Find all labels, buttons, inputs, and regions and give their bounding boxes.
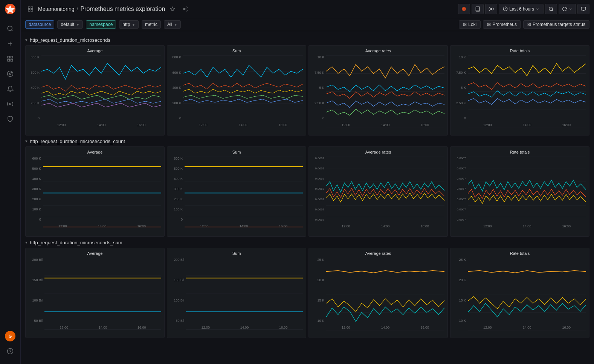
section-1-chevron[interactable]: ▾ [25, 38, 27, 43]
svg-rect-4 [8, 59, 9, 61]
sidebar: G [0, 0, 21, 364]
svg-rect-40 [528, 23, 529, 24]
chart-area: 25 K20 K15 K10 K [312, 258, 444, 329]
chart-title: Average [29, 150, 161, 154]
chart-avg-2[interactable]: Average 600 K500 K400 K300 K200 K100 K0 [25, 146, 165, 237]
svg-rect-42 [528, 25, 529, 26]
nav-links: Loki Prometheus Prometheus targets statu… [459, 20, 589, 29]
section-1-title: http_request_duration_microseconds [30, 37, 110, 43]
chart-ratetotals-2[interactable]: Rate totals 0.06670.06670.06670.06670.06… [450, 146, 589, 237]
sidebar-item-explore[interactable] [3, 67, 17, 81]
svg-rect-23 [464, 9, 466, 11]
section-1-charts: Average 800 K600 K400 K200 K0 [25, 45, 589, 136]
avatar: G [5, 331, 15, 341]
chart-area: 800 K600 K400 K200 K0 [29, 55, 161, 127]
section-2-charts: Average 600 K500 K400 K300 K200 K100 K0 [25, 146, 589, 237]
svg-line-27 [552, 10, 553, 11]
chart-title: Sum [170, 251, 303, 256]
dashboard-content: ▾ http_request_duration_microseconds Ave… [21, 31, 594, 364]
datasource-filter-select[interactable]: default ▼ [57, 20, 83, 29]
chart-ratetotals-1[interactable]: Rate totals 10 K7.50 K5 K2.50 K0 [450, 45, 589, 136]
svg-rect-2 [8, 56, 9, 58]
chart-title: Sum [170, 49, 303, 53]
share-icon[interactable] [180, 4, 191, 14]
sidebar-item-add[interactable] [3, 37, 17, 50]
chart-title: Average rates [312, 150, 444, 154]
chart-area: 200 Bil150 Bil100 Bil50 Bil 12:0014:0016… [170, 258, 303, 329]
dashboards-btn[interactable] [458, 4, 470, 14]
main-content: Metamonitoring / Prometheus metrics expl… [21, 0, 594, 364]
svg-rect-13 [31, 9, 33, 11]
topbar-left: Metamonitoring / Prometheus metrics expl… [25, 4, 458, 14]
section-3-chevron[interactable]: ▾ [25, 240, 27, 245]
zoom-out-btn[interactable] [545, 4, 557, 14]
chart-title: Average rates [312, 49, 444, 53]
chart-area: 600 K500 K400 K300 K200 K100 K0 [170, 157, 303, 228]
topbar: Metamonitoring / Prometheus metrics expl… [21, 0, 594, 18]
chart-avg-1[interactable]: Average 800 K600 K400 K200 K0 [25, 45, 165, 136]
dropdown-arrow: ▼ [76, 23, 79, 27]
sidebar-item-dashboards[interactable] [3, 52, 17, 65]
chart-area: 25 K20 K15 K10 K 12:0014:0016:00 [454, 258, 586, 329]
breadcrumb-root[interactable]: Metamonitoring [38, 6, 75, 12]
section-2-title: http_request_duration_microseconds_count [30, 139, 125, 144]
chart-title: Average [29, 251, 161, 256]
chart-title: Average rates [312, 251, 444, 256]
section-3-charts: Average 200 Bil150 Bil100 Bil50 Bil [25, 248, 589, 338]
chart-sum-3[interactable]: Sum 200 Bil150 Bil100 Bil50 Bil [167, 248, 306, 338]
datasource-filter-label[interactable]: datasource [25, 20, 54, 29]
sidebar-item-alerts[interactable] [3, 82, 17, 96]
svg-point-24 [490, 8, 492, 10]
app-logo[interactable] [4, 3, 16, 15]
section-3-title: http_request_duration_microseconds_sum [30, 240, 122, 245]
loki-link[interactable]: Loki [459, 20, 481, 29]
prometheus-targets-link[interactable]: Prometheus targets status [523, 20, 589, 29]
svg-rect-38 [487, 25, 489, 26]
refresh-btn[interactable] [559, 4, 576, 14]
chart-ratetotals-3[interactable]: Rate totals 25 K20 K15 K10 K [450, 248, 589, 338]
star-icon[interactable] [167, 4, 178, 14]
tv-btn[interactable] [577, 4, 589, 14]
metric-filter-label[interactable]: metric [142, 20, 161, 29]
topbar-right: Last 6 hours [458, 4, 589, 14]
section-1-header: ▾ http_request_duration_microseconds [25, 37, 589, 43]
chart-avgrates-1[interactable]: Average rates 10 K7.50 K5 K2.50 K0 [308, 45, 448, 136]
time-range-btn[interactable]: Last 6 hours [499, 4, 544, 14]
svg-rect-10 [28, 7, 30, 9]
library-btn[interactable] [472, 4, 484, 14]
chart-area: 200 Bil150 Bil100 Bil50 Bil [29, 258, 161, 329]
prometheus-link[interactable]: Prometheus [483, 20, 521, 29]
svg-point-16 [183, 8, 185, 10]
svg-rect-21 [464, 7, 466, 8]
metric-filter-select[interactable]: All ▼ [164, 20, 181, 29]
svg-point-17 [186, 10, 188, 11]
page-title: Prometheus metrics exploration [80, 6, 165, 12]
chart-avgrates-2[interactable]: Average rates 0.06670.06670.06670.06670.… [308, 146, 448, 237]
svg-rect-32 [463, 23, 464, 24]
svg-rect-34 [463, 25, 464, 26]
chart-avgrates-3[interactable]: Average rates 25 K20 K15 K10 K [308, 248, 448, 338]
svg-point-15 [186, 7, 188, 8]
settings-btn[interactable] [485, 4, 497, 14]
chart-sum-1[interactable]: Sum 800 K600 K400 K200 K0 [167, 45, 306, 136]
sidebar-item-shield[interactable] [3, 112, 17, 126]
svg-rect-11 [31, 7, 33, 9]
breadcrumb: Metamonitoring / Prometheus metrics expl… [38, 6, 165, 12]
svg-rect-37 [489, 23, 490, 24]
namespace-filter-label[interactable]: namespace [86, 20, 116, 29]
svg-rect-39 [489, 25, 490, 26]
sidebar-item-search[interactable] [3, 22, 17, 35]
grid-menu-icon[interactable] [25, 4, 36, 14]
chart-area: 600 K500 K400 K300 K200 K100 K0 [29, 157, 161, 228]
namespace-filter-select[interactable]: http ▼ [119, 20, 139, 29]
chart-avg-3[interactable]: Average 200 Bil150 Bil100 Bil50 Bil [25, 248, 165, 338]
section-2-chevron[interactable]: ▾ [25, 139, 27, 144]
section-2-header: ▾ http_request_duration_microseconds_cou… [25, 139, 589, 144]
svg-rect-33 [465, 23, 466, 24]
sidebar-item-help[interactable] [3, 344, 17, 358]
sidebar-item-avatar[interactable]: G [3, 329, 17, 343]
svg-marker-14 [171, 7, 175, 11]
sidebar-item-settings[interactable] [3, 97, 17, 111]
chart-sum-2[interactable]: Sum 600 K500 K400 K300 K200 K100 K0 [167, 146, 306, 237]
dropdown-arrow3: ▼ [174, 23, 177, 27]
